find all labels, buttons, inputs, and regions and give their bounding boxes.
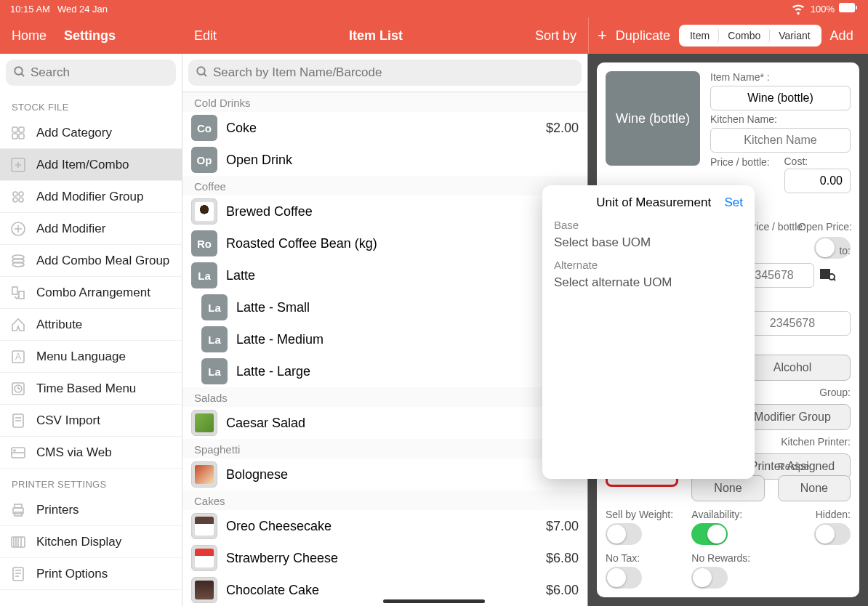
item-thumb: La <box>201 326 228 352</box>
popover-title: Unit of Measurement <box>583 195 724 210</box>
item-row[interactable]: Oreo Cheesecake$7.00 <box>182 510 587 542</box>
item-row[interactable]: OpOpen Drink <box>182 144 587 176</box>
item-row[interactable]: Strawberry Cheese$6.80 <box>182 542 587 574</box>
item-row[interactable]: LaLatte - Small <box>182 291 587 323</box>
sidebar-item[interactable]: Kitchen Display <box>0 526 182 558</box>
item-price: $7.00 <box>546 519 579 534</box>
to-label: to: <box>839 245 851 256</box>
item-name: Roasted Coffee Bean (kg) <box>226 236 570 251</box>
sidebar-item[interactable]: Print Options <box>0 558 182 590</box>
sell-weight-toggle[interactable] <box>606 523 642 545</box>
section-printer: PRINTER SETTINGS <box>0 469 182 494</box>
sidebar-icon <box>9 124 28 142</box>
sidebar-item-label: Print Options <box>36 567 108 581</box>
seg-combo[interactable]: Combo <box>719 27 770 44</box>
sidebar-item[interactable]: Combo Arrangement <box>0 277 182 309</box>
sidebar-icon <box>9 501 28 520</box>
svg-line-3 <box>21 73 24 76</box>
sidebar-item-label: Kitchen Display <box>36 535 121 549</box>
inventory-field[interactable]: None <box>691 475 764 501</box>
svg-rect-5 <box>19 127 24 132</box>
plus-icon[interactable]: + <box>598 26 607 45</box>
sidebar-item[interactable]: Attribute <box>0 309 182 341</box>
sell-weight-label: Sell by Weight: <box>606 509 678 520</box>
duplicate-button[interactable]: Duplicate <box>616 28 670 44</box>
home-link[interactable]: Home <box>12 28 47 44</box>
sidebar-item-label: Combo Arrangement <box>36 286 150 300</box>
sidebar-item[interactable]: Add Modifier Group <box>0 181 182 213</box>
svg-rect-1 <box>856 6 857 9</box>
seg-variant[interactable]: Variant <box>770 27 819 44</box>
sidebar-item-label: Menu Language <box>36 350 126 364</box>
sidebar-icon <box>9 155 28 174</box>
item-name: Latte - Medium <box>236 332 570 347</box>
item-row[interactable]: RoRoasted Coffee Bean (kg) <box>182 227 587 259</box>
sortby-button[interactable]: Sort by <box>535 28 576 44</box>
item-name: Latte <box>226 268 570 283</box>
item-name-field[interactable] <box>710 86 851 110</box>
item-search-input[interactable] <box>188 60 582 86</box>
kitchen-name-field[interactable] <box>710 128 851 153</box>
barcode-scan-icon[interactable] <box>819 265 836 286</box>
item-row[interactable]: LaLatte - Large <box>182 355 587 387</box>
item-price: $6.80 <box>546 551 579 566</box>
item-tile[interactable]: Wine (bottle) <box>606 71 700 166</box>
item-row[interactable]: LaLatte <box>182 259 587 291</box>
recipe-field[interactable]: None <box>778 475 851 501</box>
sidebar-item[interactable]: Add Category <box>0 117 182 149</box>
svg-point-33 <box>14 450 15 451</box>
cost-field[interactable] <box>784 169 851 193</box>
availability-toggle[interactable] <box>691 523 728 545</box>
item-row[interactable]: CoCoke$2.00 <box>182 112 587 144</box>
svg-rect-50 <box>824 270 824 278</box>
seg-item[interactable]: Item <box>681 27 719 44</box>
section-stock: STOCK FILE <box>0 92 182 117</box>
item-list-panel: Cold DrinksCoCoke$2.00OpOpen DrinkCoffee… <box>182 54 588 606</box>
sidebar-item[interactable]: Time Based Menu <box>0 373 182 405</box>
svg-rect-21 <box>12 287 17 294</box>
status-date: Wed 24 Jan <box>57 4 108 15</box>
sidebar-item-label: CMS via Web <box>36 445 112 460</box>
sidebar-item[interactable]: CSV Import <box>0 405 182 437</box>
base-select[interactable]: Select base UOM <box>554 235 743 250</box>
sidebar-icon: A <box>9 347 28 366</box>
alternate-select[interactable]: Select alternate UOM <box>554 275 743 290</box>
item-thumb: La <box>201 358 228 384</box>
item-row[interactable]: Caesar Salad <box>182 407 587 439</box>
category-header: Coffee <box>182 176 587 195</box>
segment-control: Item Combo Variant <box>679 25 821 47</box>
battery-icon <box>839 3 858 15</box>
sidebar-item[interactable]: Add Item/Combo <box>0 149 182 181</box>
alternate-label: Alternate <box>554 259 743 271</box>
svg-rect-22 <box>19 291 24 299</box>
svg-point-12 <box>19 192 23 196</box>
sidebar-icon <box>9 533 28 552</box>
item-thumb <box>191 577 217 603</box>
notax-toggle[interactable] <box>606 567 642 589</box>
item-name: Oreo Cheesecake <box>226 519 537 534</box>
item-row[interactable]: Brewed Coffee <box>182 195 587 227</box>
svg-rect-0 <box>839 3 855 12</box>
cost-label: Cost: <box>784 155 851 167</box>
item-row[interactable]: LaLatte - Medium <box>182 323 587 355</box>
sidebar-item[interactable]: Add Modifier <box>0 213 182 245</box>
settings-link[interactable]: Settings <box>64 28 116 44</box>
sidebar-item[interactable]: Printers <box>0 494 182 526</box>
svg-text:A: A <box>15 352 21 362</box>
sidebar-item[interactable]: AMenu Language <box>0 341 182 373</box>
svg-rect-51 <box>826 270 827 278</box>
popover-set-button[interactable]: Set <box>724 195 743 210</box>
norewards-toggle[interactable] <box>691 567 728 589</box>
edit-button[interactable]: Edit <box>194 28 217 44</box>
sidebar-search-input[interactable] <box>6 60 176 86</box>
sidebar-item-label: Printers <box>36 503 79 517</box>
sidebar-item[interactable]: CMS via Web <box>0 437 182 469</box>
hidden-toggle[interactable] <box>814 523 851 545</box>
sidebar-item[interactable]: Add Combo Meal Group <box>0 245 182 277</box>
page-title: Item List <box>349 28 403 44</box>
item-row[interactable]: Bolognese <box>182 458 587 490</box>
item-thumb <box>191 461 217 488</box>
item-thumb <box>191 513 217 539</box>
home-indicator[interactable] <box>383 599 485 603</box>
add-button[interactable]: Add <box>830 28 853 44</box>
